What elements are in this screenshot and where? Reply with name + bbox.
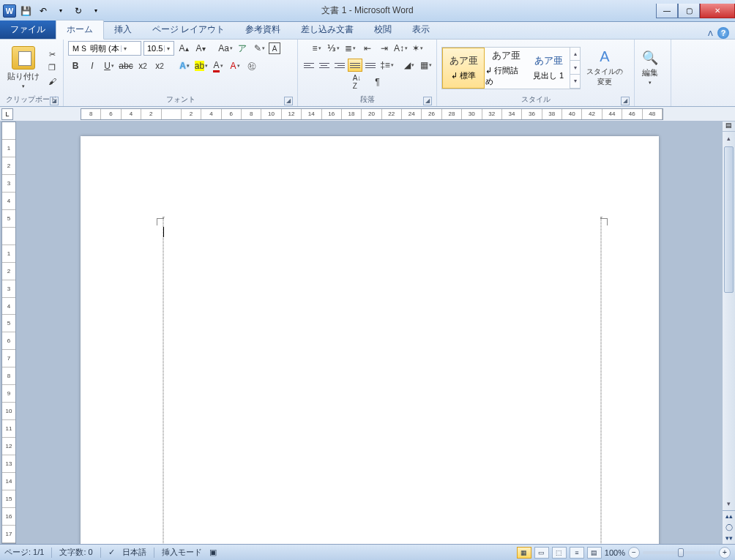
draft-view[interactable]: ▤ xyxy=(587,547,602,559)
ruler-toggle-button[interactable]: ▤ xyxy=(723,122,735,132)
scroll-up-button[interactable]: ▴ xyxy=(723,132,735,145)
zoom-level[interactable]: 100% xyxy=(605,548,625,557)
bullets-button[interactable]: ≡ xyxy=(310,41,324,56)
gallery-more-button[interactable]: ▾ xyxy=(570,75,580,89)
gallery-down-button[interactable]: ▾ xyxy=(570,61,580,75)
style-normal[interactable]: あア亜↲ 標準 xyxy=(442,48,485,89)
save-button[interactable]: 💾 xyxy=(18,3,34,19)
tab-view[interactable]: 表示 xyxy=(402,20,440,39)
tab-file[interactable]: ファイル xyxy=(0,20,56,39)
print-layout-view[interactable]: ▦ xyxy=(517,547,531,559)
tab-insert[interactable]: 挿入 xyxy=(104,20,142,39)
web-layout-view[interactable]: ⬚ xyxy=(552,547,567,559)
line-spacing-button[interactable]: ‡≡ xyxy=(380,58,395,72)
page[interactable] xyxy=(81,136,659,544)
zoom-in-button[interactable]: + xyxy=(719,547,731,559)
align-left-button[interactable] xyxy=(302,59,316,72)
sort-button[interactable]: A↓Z xyxy=(350,75,365,89)
horizontal-ruler[interactable]: 8642246810121416182022242628303234363840… xyxy=(81,108,663,120)
word-count[interactable]: 文字数: 0 xyxy=(59,547,92,558)
styles-dialog-launcher[interactable]: ◢ xyxy=(621,97,630,105)
insert-mode[interactable]: 挿入モード xyxy=(162,547,202,558)
zoom-slider[interactable] xyxy=(643,551,716,554)
shrink-font-button[interactable]: A▾ xyxy=(193,41,208,56)
maximize-button[interactable]: ▢ xyxy=(678,4,700,18)
outline-view[interactable]: ≡ xyxy=(570,547,584,559)
qat-customize[interactable]: ▾ xyxy=(88,3,104,19)
text-direction-button[interactable]: A↕ xyxy=(394,41,408,56)
font-color-button[interactable]: A xyxy=(211,59,225,73)
italic-button[interactable]: I xyxy=(85,59,100,73)
page-indicator[interactable]: ページ: 1/1 xyxy=(4,547,44,558)
language-indicator[interactable]: 日本語 xyxy=(122,547,146,558)
shading-button[interactable]: ◢ xyxy=(402,58,417,72)
cut-button[interactable]: ✂ xyxy=(45,49,59,61)
borders-button[interactable]: ▦ xyxy=(419,58,433,72)
help-icon[interactable]: ? xyxy=(717,27,729,39)
prev-page-button[interactable]: ▴▴ xyxy=(723,511,735,522)
clipboard-dialog-launcher[interactable]: ◢ xyxy=(50,97,59,105)
format-painter-button[interactable]: 🖌 xyxy=(45,75,59,87)
zoom-out-button[interactable]: − xyxy=(628,547,640,559)
tab-selector[interactable]: L xyxy=(1,108,13,120)
minimize-button[interactable]: — xyxy=(656,4,678,18)
scroll-thumb[interactable] xyxy=(724,146,734,293)
vertical-ruler[interactable]: 123451234567891011121314151617 xyxy=(1,122,16,544)
tab-page-layout[interactable]: ページ レイアウト xyxy=(142,20,235,39)
subscript-button[interactable]: x2 xyxy=(135,59,150,73)
margin-guide-right xyxy=(600,217,602,544)
tab-home[interactable]: ホーム xyxy=(56,20,104,40)
find-button[interactable]: 🔍 編集 ▾ xyxy=(639,48,661,87)
align-center-button[interactable] xyxy=(317,59,332,72)
grow-font-button[interactable]: A▴ xyxy=(176,41,191,56)
change-styles-button[interactable]: A スタイルの 変更 xyxy=(583,47,626,89)
show-marks-button[interactable]: ¶ xyxy=(370,75,385,89)
fullscreen-reading-view[interactable]: ▭ xyxy=(534,547,549,559)
align-justify-button[interactable] xyxy=(348,59,362,72)
spellcheck-icon[interactable]: ✓ xyxy=(108,548,115,557)
macro-record-icon[interactable]: ▣ xyxy=(209,548,217,557)
copy-button[interactable]: ❐ xyxy=(45,62,59,74)
vertical-scrollbar[interactable]: ▤ ▴ ▾ ▴▴ ◯ ▾▾ xyxy=(722,122,735,544)
tab-references[interactable]: 参考資料 xyxy=(235,20,291,39)
undo-dropdown[interactable]: ▾ xyxy=(53,3,69,19)
bold-button[interactable]: B xyxy=(68,59,83,73)
redo-button[interactable]: ↻ xyxy=(70,3,86,19)
superscript-button[interactable]: x2 xyxy=(152,59,167,73)
decrease-indent-button[interactable]: ⇤ xyxy=(360,41,375,56)
highlight-button[interactable]: ab xyxy=(194,59,209,73)
change-case-button[interactable]: Aa xyxy=(218,41,233,56)
clear-formatting-button[interactable]: ✎ xyxy=(252,41,266,56)
zoom-thumb[interactable] xyxy=(678,548,684,557)
tab-review[interactable]: 校閲 xyxy=(364,20,402,39)
browse-object-button[interactable]: ◯ xyxy=(723,522,735,533)
minimize-ribbon-button[interactable]: ᐱ xyxy=(708,29,713,37)
font-name-combo[interactable]: ＭＳ 明朝 (本▾ xyxy=(68,41,141,56)
close-button[interactable]: ✕ xyxy=(700,4,735,18)
tab-mailings[interactable]: 差し込み文書 xyxy=(291,20,364,39)
char-shading-button[interactable]: A xyxy=(228,59,242,73)
character-border-button[interactable]: A xyxy=(269,42,280,54)
font-dialog-launcher[interactable]: ◢ xyxy=(284,97,293,105)
align-right-button[interactable] xyxy=(332,59,347,72)
align-distribute-button[interactable] xyxy=(363,59,378,72)
style-no-spacing[interactable]: あア亜↲ 行間詰め xyxy=(485,48,527,89)
asian-layout-button[interactable]: ✶ xyxy=(411,41,425,56)
underline-button[interactable]: U xyxy=(102,59,116,73)
style-heading1[interactable]: あア亜見出し 1 xyxy=(527,48,570,89)
gallery-up-button[interactable]: ▴ xyxy=(570,48,580,61)
multilevel-list-button[interactable]: ≣ xyxy=(343,41,358,56)
next-page-button[interactable]: ▾▾ xyxy=(723,533,735,544)
strikethrough-button[interactable]: abc xyxy=(119,59,133,73)
text-effects-button[interactable]: A xyxy=(177,59,192,73)
scroll-down-button[interactable]: ▾ xyxy=(723,497,735,510)
undo-button[interactable]: ↶ xyxy=(35,3,51,19)
font-size-combo[interactable]: 10.5▾ xyxy=(143,41,174,56)
phonetic-guide-button[interactable]: ア xyxy=(235,41,250,56)
paste-button[interactable]: 貼り付け ▾ xyxy=(4,45,42,91)
paragraph-dialog-launcher[interactable]: ◢ xyxy=(423,97,432,105)
page-viewport[interactable] xyxy=(16,122,722,544)
numbering-button[interactable]: ⅓ xyxy=(327,41,341,56)
increase-indent-button[interactable]: ⇥ xyxy=(377,41,392,56)
enclose-char-button[interactable]: ㊓ xyxy=(245,59,259,73)
